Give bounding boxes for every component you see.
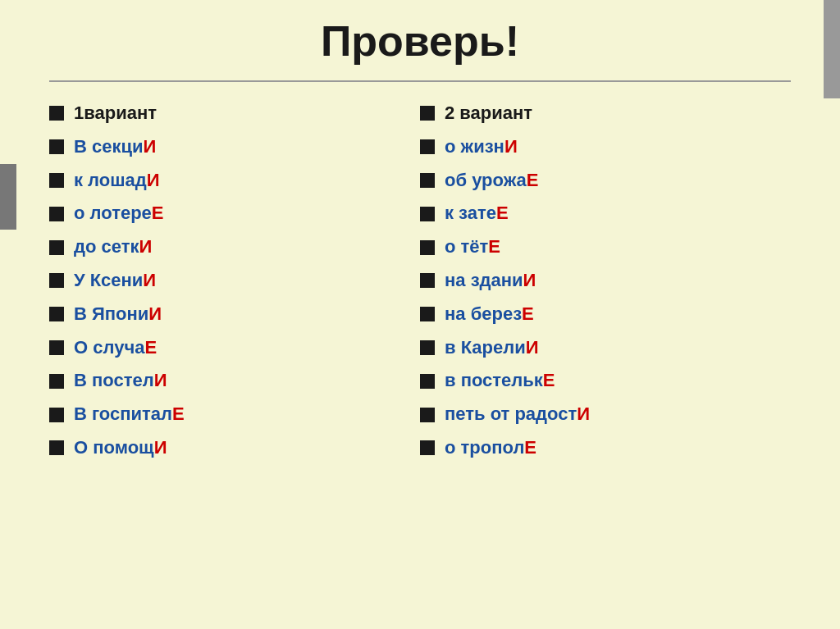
bullet-icon <box>49 374 64 389</box>
item-base: на здани <box>445 270 523 290</box>
item-text: О помощИ <box>74 435 167 461</box>
item-base: В госпитал <box>74 403 172 424</box>
item-text: на березЕ <box>445 302 534 327</box>
item-text: о трополЕ <box>445 435 536 461</box>
item-highlight: Е <box>522 303 534 324</box>
item-text: В госпиталЕ <box>74 402 185 427</box>
bullet-icon <box>49 106 64 121</box>
list-item: В ЯпониИ <box>49 298 420 331</box>
divider <box>49 80 791 82</box>
item-base: о тёт <box>445 236 488 257</box>
bullet-icon <box>49 173 64 188</box>
page-title: Проверь! <box>49 16 791 66</box>
item-highlight: И <box>577 403 590 424</box>
item-text: до сеткИ <box>74 235 152 260</box>
bullet-icon <box>49 340 64 355</box>
item-text: в постелькЕ <box>445 368 555 394</box>
item-base: к лошад <box>74 170 147 190</box>
item-text: о тётЕ <box>445 235 500 260</box>
item-highlight: И <box>523 270 536 290</box>
bullet-icon <box>420 139 435 154</box>
list-item: О случаЕ <box>49 331 420 365</box>
item-text: об урожаЕ <box>445 168 538 194</box>
item-highlight: И <box>143 270 156 290</box>
item-highlight: И <box>154 437 167 458</box>
list-item: У КсениИ <box>49 264 420 298</box>
item-highlight: Е <box>172 403 185 424</box>
column1-header: 1вариант <box>49 97 420 130</box>
list-item: о лотереЕ <box>49 197 420 230</box>
item-highlight: И <box>139 236 152 257</box>
item-base: В Япони <box>74 303 148 324</box>
bullet-icon <box>49 207 64 221</box>
bullet-icon <box>420 408 435 422</box>
item-base: петь от радост <box>445 403 577 424</box>
list-item: до сеткИ <box>49 230 420 264</box>
item-text: О случаЕ <box>74 335 157 361</box>
item-base: о тропол <box>445 437 524 458</box>
item-text: В ЯпониИ <box>74 302 162 327</box>
item-base: о лотере <box>74 203 152 223</box>
bullet-icon <box>420 374 435 389</box>
item-text: о жизнИ <box>445 134 518 160</box>
item-highlight: И <box>144 136 157 157</box>
item-base: о жизн <box>445 136 504 157</box>
bullet-icon <box>49 307 64 321</box>
item-text: на зданиИ <box>445 268 536 294</box>
bullet-icon <box>420 207 435 221</box>
list-item: В секциИ <box>49 130 420 164</box>
item-highlight: Е <box>496 203 509 223</box>
list-item: к затеЕ <box>420 197 791 230</box>
list-item: петь от радостИ <box>420 398 791 431</box>
list-item: об урожаЕ <box>420 164 791 198</box>
item-text: в КарелиИ <box>445 335 539 361</box>
item-highlight: Е <box>543 370 555 390</box>
side-accent-right <box>824 0 840 98</box>
bullet-icon <box>49 139 64 154</box>
list-item: О помощИ <box>49 431 420 465</box>
item-base: в постельк <box>445 370 543 390</box>
item-text: о лотереЕ <box>74 201 164 226</box>
bullet-icon <box>49 408 64 422</box>
item-base: О случа <box>74 337 144 358</box>
column1-header-text: 1вариант <box>74 101 157 126</box>
item-text: к затеЕ <box>445 201 509 226</box>
bullet-icon <box>420 173 435 188</box>
column2-header: 2 вариант <box>420 97 791 130</box>
item-base: в Карели <box>445 337 526 358</box>
bullet-icon <box>420 273 435 288</box>
column-1: 1вариант В секциИ к лошадИ о лотереЕ до … <box>49 97 420 465</box>
column-2: 2 вариант о жизнИ об урожаЕ к затеЕ о тё… <box>420 97 791 465</box>
bullet-icon <box>420 106 435 121</box>
item-text: петь от радостИ <box>445 402 590 427</box>
bullet-icon <box>420 340 435 355</box>
bullet-icon <box>49 240 64 255</box>
item-base: до сетк <box>74 236 139 257</box>
bullet-icon <box>49 440 64 455</box>
item-highlight: Е <box>524 437 536 458</box>
item-highlight: Е <box>527 170 539 190</box>
bullet-icon <box>420 240 435 255</box>
item-base: О помощ <box>74 437 154 458</box>
item-base: на берез <box>445 303 522 324</box>
list-item: о тётЕ <box>420 230 791 264</box>
list-item: на зданиИ <box>420 264 791 298</box>
item-text: В секциИ <box>74 134 156 160</box>
list-item: о жизнИ <box>420 130 791 164</box>
item-base: об урожа <box>445 170 527 190</box>
item-highlight: И <box>148 303 162 324</box>
item-base: В постел <box>74 370 154 390</box>
list-item: о трополЕ <box>420 431 791 465</box>
list-item: на березЕ <box>420 298 791 331</box>
item-highlight: Е <box>152 203 164 223</box>
item-highlight: И <box>147 170 160 190</box>
item-text: У КсениИ <box>74 268 156 294</box>
item-highlight: Е <box>488 236 500 257</box>
list-item: в постелькЕ <box>420 364 791 398</box>
item-highlight: И <box>154 370 167 390</box>
bullet-icon <box>420 307 435 321</box>
list-item: В постелИ <box>49 364 420 398</box>
item-base: У Ксени <box>74 270 143 290</box>
list-item: В госпиталЕ <box>49 398 420 431</box>
content-area: 1вариант В секциИ к лошадИ о лотереЕ до … <box>49 97 791 465</box>
